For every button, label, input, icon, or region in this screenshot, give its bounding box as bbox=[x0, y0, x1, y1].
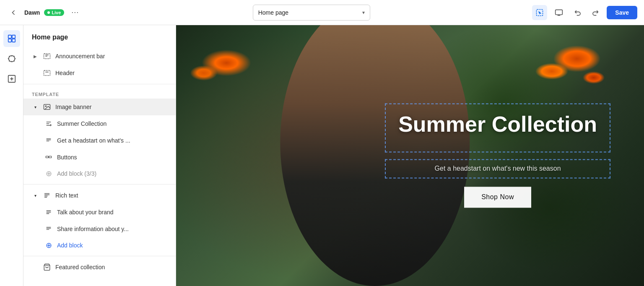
add-block-disabled: ⊕ Add block (3/3) bbox=[23, 166, 176, 182]
preview-frame: Summer Collection Get a headstart on wha… bbox=[176, 25, 644, 286]
rich-text-label: Rich text bbox=[55, 192, 167, 199]
more-button[interactable]: ··· bbox=[68, 6, 82, 19]
sidebar-item-talk-brand[interactable]: Talk about your brand bbox=[36, 204, 176, 221]
sidebar-item-image-banner[interactable]: ▾ Image banner bbox=[23, 99, 176, 115]
talk-brand-label: Talk about your brand bbox=[57, 209, 167, 216]
hero-title-selection[interactable]: Summer Collection bbox=[385, 103, 610, 152]
chevron-down-icon: ▾ bbox=[32, 104, 39, 110]
shop-now-button[interactable]: Shop Now bbox=[464, 187, 531, 208]
add-block-button[interactable]: ⊕ Add block bbox=[23, 237, 176, 253]
redo-button[interactable] bbox=[587, 5, 602, 20]
sidebar-item-share-info[interactable]: Share information about y... bbox=[36, 221, 176, 237]
template-label: TEMPLATE bbox=[23, 87, 176, 99]
hero-subtitle: Get a headstart on what's new this seaso… bbox=[394, 165, 601, 173]
share-info-label: Share information about y... bbox=[57, 226, 167, 232]
hero-content: Summer Collection Get a headstart on wha… bbox=[385, 103, 610, 208]
chevron-right-icon: ▶ bbox=[32, 53, 39, 60]
featured-collection-icon bbox=[43, 263, 51, 271]
save-button[interactable]: Save bbox=[607, 6, 637, 19]
more-icon: ··· bbox=[71, 8, 79, 17]
chevron-down-icon: ▾ bbox=[362, 10, 365, 16]
topbar-right: Save bbox=[532, 5, 637, 20]
plus-circle-blue-icon: ⊕ bbox=[44, 241, 53, 250]
rail-add-section-icon[interactable] bbox=[3, 70, 20, 87]
sidebar-panel: Home page ▶ Announcement bar ▶ bbox=[23, 25, 176, 286]
hero-title: Summer Collection bbox=[398, 112, 597, 136]
undo-button[interactable] bbox=[571, 5, 586, 20]
buttons-label: Buttons bbox=[57, 154, 167, 161]
page-selector[interactable]: Home page ▾ bbox=[253, 5, 370, 21]
hero-subtitle-selection[interactable]: Get a headstart on what's new this seaso… bbox=[385, 159, 610, 179]
announcement-bar-label: Announcement bar bbox=[55, 53, 167, 60]
plus-circle-icon: ⊕ bbox=[44, 169, 53, 178]
header-label: Header bbox=[55, 70, 167, 76]
divider bbox=[23, 84, 176, 84]
add-block-label: Add block bbox=[57, 242, 83, 249]
svg-rect-2 bbox=[8, 35, 11, 38]
desktop-preview-button[interactable] bbox=[551, 5, 566, 20]
cursor-tool-button[interactable] bbox=[532, 5, 547, 20]
sidebar-item-summer-collection[interactable]: Summer Collection bbox=[36, 115, 176, 132]
text-icon bbox=[44, 208, 53, 216]
icon-rail bbox=[0, 25, 23, 286]
page-selector-label: Home page bbox=[258, 9, 288, 16]
sidebar-item-featured-collection[interactable]: ▶ Featured collection bbox=[23, 259, 176, 276]
live-dot bbox=[47, 11, 50, 14]
lines-icon bbox=[44, 136, 53, 145]
divider-3 bbox=[23, 256, 176, 256]
rich-text-nested: Talk about your brand Share information … bbox=[23, 204, 176, 237]
header-icon bbox=[43, 69, 51, 77]
store-name: Dawn bbox=[24, 9, 40, 16]
sidebar-item-buttons[interactable]: Buttons bbox=[36, 149, 176, 166]
back-button[interactable] bbox=[7, 6, 20, 19]
rich-text-icon bbox=[43, 191, 51, 200]
sidebar-item-rich-text[interactable]: ▾ Rich text bbox=[23, 187, 176, 204]
add-block-disabled-label: Add block (3/3) bbox=[57, 170, 96, 177]
main-area: Home page ▶ Announcement bar ▶ bbox=[0, 25, 644, 286]
announcement-bar-icon bbox=[43, 52, 51, 60]
divider-2 bbox=[23, 184, 176, 185]
undo-redo-group bbox=[571, 5, 602, 20]
rail-theme-icon[interactable] bbox=[3, 50, 20, 67]
svg-rect-8 bbox=[44, 70, 50, 75]
live-badge: Live bbox=[44, 9, 64, 16]
berries-left bbox=[189, 38, 264, 88]
svg-rect-11 bbox=[46, 156, 48, 158]
image-banner-icon bbox=[43, 103, 51, 111]
buttons-icon bbox=[44, 153, 53, 161]
sidebar-item-header[interactable]: ▶ Header bbox=[23, 65, 176, 81]
svg-rect-3 bbox=[12, 35, 15, 38]
topbar-center: Home page ▾ bbox=[96, 5, 527, 21]
sidebar-item-headstart[interactable]: Get a headstart on what's ... bbox=[36, 132, 176, 149]
svg-point-10 bbox=[45, 106, 46, 107]
svg-rect-4 bbox=[8, 39, 11, 42]
image-banner-label: Image banner bbox=[55, 104, 167, 110]
featured-collection-label: Featured collection bbox=[55, 264, 167, 270]
chevron-down-icon-2: ▾ bbox=[32, 192, 39, 199]
lines-icon-2 bbox=[44, 225, 53, 233]
image-banner-nested: Summer Collection Get a headstart on wha… bbox=[23, 115, 176, 166]
topbar-left: Dawn Live ··· bbox=[7, 6, 91, 19]
text-heading-icon bbox=[44, 120, 53, 128]
topbar: Dawn Live ··· Home page ▾ bbox=[0, 0, 644, 25]
preview-area: Summer Collection Get a headstart on wha… bbox=[176, 25, 644, 286]
live-label: Live bbox=[52, 10, 61, 15]
svg-rect-5 bbox=[12, 39, 15, 42]
svg-rect-1 bbox=[556, 10, 563, 15]
berries-right bbox=[527, 34, 610, 96]
svg-rect-12 bbox=[49, 156, 52, 158]
hero-image: Summer Collection Get a headstart on wha… bbox=[176, 25, 644, 286]
sidebar-item-announcement-bar[interactable]: ▶ Announcement bar bbox=[23, 48, 176, 65]
rail-sections-icon[interactable] bbox=[3, 30, 20, 47]
summer-collection-label: Summer Collection bbox=[57, 120, 167, 127]
headstart-label: Get a headstart on what's ... bbox=[57, 137, 167, 144]
sidebar: Home page ▶ Announcement bar ▶ bbox=[0, 25, 176, 286]
sidebar-title: Home page bbox=[23, 25, 176, 48]
